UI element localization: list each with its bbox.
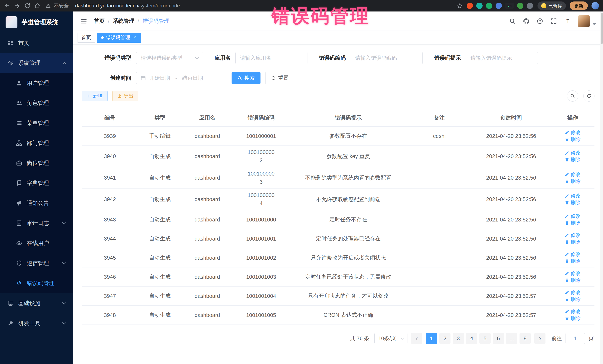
sidebar-item[interactable]: 首页 bbox=[0, 33, 73, 53]
extension-icon-pin[interactable] bbox=[527, 3, 533, 9]
sidebar-item[interactable]: 字典管理 bbox=[0, 173, 73, 193]
sidebar-item[interactable]: 通知公告 bbox=[0, 193, 73, 213]
edit-link[interactable]: 修改 bbox=[565, 232, 581, 239]
github-icon[interactable] bbox=[523, 18, 530, 24]
app-name-label: 应用名 bbox=[214, 54, 231, 62]
add-button[interactable]: 新增 bbox=[82, 91, 108, 101]
edit-link[interactable]: 修改 bbox=[565, 213, 581, 220]
cell-app-name: dashboard bbox=[182, 146, 233, 167]
sidebar-item[interactable]: 基础设施 bbox=[0, 293, 73, 313]
browser-back-icon[interactable] bbox=[4, 3, 10, 9]
reset-button[interactable]: 重置 bbox=[265, 72, 294, 84]
delete-link[interactable]: 删除 bbox=[565, 199, 581, 206]
sms-shield-icon bbox=[16, 260, 22, 266]
scrollbar-thumb[interactable] bbox=[601, 13, 603, 44]
extension-icon-green[interactable] bbox=[486, 3, 492, 9]
sidebar-item[interactable]: 研发工具 bbox=[0, 313, 73, 333]
create-time-range-picker[interactable]: 开始日期 - 结束日期 bbox=[136, 72, 224, 84]
delete-link[interactable]: 删除 bbox=[565, 220, 581, 226]
breadcrumb-item[interactable]: 系统管理 bbox=[113, 17, 134, 25]
sidebar-item[interactable]: 系统管理 bbox=[0, 53, 73, 73]
next-page-button[interactable] bbox=[534, 333, 545, 344]
error-code-input[interactable] bbox=[351, 52, 423, 64]
edit-link[interactable]: 修改 bbox=[565, 251, 581, 258]
sidebar-item[interactable]: 部门管理 bbox=[0, 133, 73, 153]
error-type-select[interactable]: 请选择错误码类型 bbox=[136, 52, 203, 64]
page-5-button[interactable]: 5 bbox=[479, 333, 491, 344]
caret-down-icon[interactable] bbox=[593, 23, 596, 25]
page-4-button[interactable]: 4 bbox=[466, 333, 477, 344]
cell-memo bbox=[407, 167, 471, 189]
sidebar-item[interactable]: 错误码管理 bbox=[0, 273, 73, 293]
search-button[interactable]: 搜索 bbox=[232, 72, 260, 84]
delete-link[interactable]: 删除 bbox=[565, 178, 581, 185]
page-3-button[interactable]: 3 bbox=[453, 333, 464, 344]
error-hint-input[interactable] bbox=[466, 52, 538, 64]
delete-link[interactable]: 删除 bbox=[565, 315, 581, 322]
page-2-button[interactable]: 2 bbox=[439, 333, 451, 344]
sidebar-item[interactable]: 岗位管理 bbox=[0, 153, 73, 173]
app-name-input[interactable] bbox=[235, 52, 307, 64]
tab[interactable]: 错误码管理 bbox=[97, 33, 141, 43]
sidebar-item[interactable]: 角色管理 bbox=[0, 93, 73, 113]
page-8-button[interactable]: 8 bbox=[520, 333, 531, 344]
delete-link[interactable]: 删除 bbox=[565, 136, 581, 143]
delete-link[interactable]: 删除 bbox=[565, 239, 581, 245]
address-bar[interactable]: 不安全 dashboard.yudao.iocoder.cn/system/er… bbox=[46, 2, 452, 9]
edit-link[interactable]: 修改 bbox=[565, 171, 581, 178]
delete-link[interactable]: 删除 bbox=[565, 277, 581, 284]
font-size-icon[interactable]: тT bbox=[564, 18, 571, 24]
goto-page-input[interactable] bbox=[566, 333, 585, 344]
sidebar-item[interactable]: 用户管理 bbox=[0, 73, 73, 93]
cell-create-time: 2021-04-20 23:52:56 bbox=[471, 146, 551, 167]
reset-button-label: 重置 bbox=[278, 75, 289, 82]
close-icon[interactable] bbox=[132, 35, 138, 40]
paused-badge[interactable]: 已暂停 bbox=[537, 1, 566, 10]
extension-icon-teal[interactable] bbox=[476, 3, 483, 9]
browser-profile-avatar[interactable] bbox=[591, 2, 599, 10]
fullscreen-icon[interactable] bbox=[550, 18, 557, 24]
sidebar-item[interactable]: 菜单管理 bbox=[0, 113, 73, 133]
edit-link[interactable]: 修改 bbox=[565, 150, 581, 156]
help-icon[interactable] bbox=[537, 18, 543, 24]
prev-page-button[interactable] bbox=[411, 333, 422, 344]
sidebar-item[interactable]: 在线用户 bbox=[0, 233, 73, 253]
page-1-button[interactable]: 1 bbox=[426, 333, 437, 344]
tab[interactable]: 首页 bbox=[78, 33, 95, 43]
extension-icon-blue[interactable] bbox=[496, 3, 502, 9]
sidebar-item[interactable]: 短信管理 bbox=[0, 253, 73, 273]
extension-icon-on[interactable]: on bbox=[505, 3, 514, 9]
browser-forward-icon[interactable] bbox=[14, 3, 20, 9]
edit-link[interactable]: 修改 bbox=[565, 129, 581, 136]
export-button[interactable]: 导出 bbox=[112, 91, 139, 101]
breadcrumb-item[interactable]: 首页 bbox=[94, 17, 105, 25]
extension-icon-red[interactable] bbox=[467, 3, 473, 9]
hamburger-icon[interactable] bbox=[80, 17, 88, 25]
refresh-table-button[interactable] bbox=[583, 90, 594, 101]
search-icon[interactable] bbox=[509, 18, 516, 24]
browser-home-icon[interactable] bbox=[34, 3, 40, 9]
delete-link[interactable]: 删除 bbox=[565, 156, 581, 163]
hide-search-button[interactable] bbox=[567, 90, 578, 101]
scrollbar[interactable] bbox=[600, 11, 603, 364]
edit-link[interactable]: 修改 bbox=[565, 193, 581, 199]
security-label: 不安全 bbox=[54, 2, 69, 9]
extension-icon-leaf[interactable] bbox=[517, 3, 523, 9]
menu-label: 角色管理 bbox=[27, 99, 49, 107]
more-pages-button[interactable]: ... bbox=[506, 333, 517, 344]
user-avatar[interactable] bbox=[578, 15, 590, 27]
delete-link[interactable]: 删除 bbox=[565, 258, 581, 265]
app-logo[interactable]: 芋道管理系统 bbox=[0, 11, 73, 33]
total-count: 共 76 条 bbox=[350, 335, 369, 342]
delete-link[interactable]: 删除 bbox=[565, 296, 581, 303]
edit-link[interactable]: 修改 bbox=[565, 270, 581, 277]
cell-type: 自动生成 bbox=[138, 248, 182, 267]
page-size-select[interactable]: 10条/页 bbox=[374, 333, 407, 344]
edit-link[interactable]: 修改 bbox=[565, 289, 581, 296]
browser-reload-icon[interactable] bbox=[24, 3, 30, 9]
page-6-button[interactable]: 6 bbox=[493, 333, 504, 344]
bookmark-star-icon[interactable] bbox=[457, 3, 463, 9]
sidebar-item[interactable]: 审计日志 bbox=[0, 213, 73, 233]
edit-link[interactable]: 修改 bbox=[565, 308, 581, 315]
update-button[interactable]: 更新 bbox=[570, 1, 588, 10]
